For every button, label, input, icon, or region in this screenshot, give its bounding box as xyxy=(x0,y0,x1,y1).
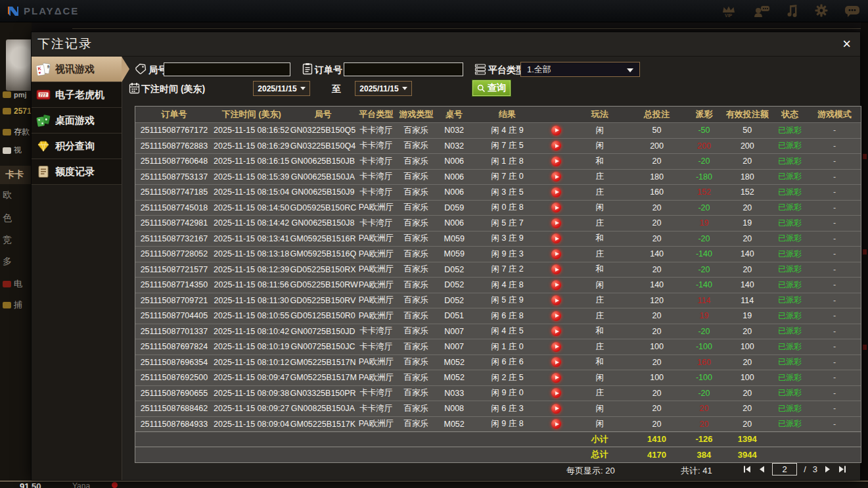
cell-total_bet: 50 xyxy=(629,126,685,135)
cell-order: 251115087760648 xyxy=(135,157,213,166)
cell-order: 251115087732167 xyxy=(135,234,213,243)
modal-title-bar: 下注记录 × xyxy=(32,32,860,57)
cell-game: 百家乐 xyxy=(396,187,436,198)
play-cell xyxy=(542,157,571,166)
cell-game: 百家乐 xyxy=(396,156,436,167)
play-video-icon[interactable] xyxy=(551,404,561,414)
chat-icon[interactable] xyxy=(844,5,860,18)
cell-table: N007 xyxy=(436,327,472,336)
cell-status: 已派彩 xyxy=(771,310,808,322)
cell-time: 2025-11-15 08:15:04 xyxy=(213,187,290,197)
sidebar-item-slots[interactable]: 777 电子老虎机 xyxy=(32,82,122,108)
cell-result: 闲 6 庄 6 xyxy=(472,356,542,368)
play-video-icon[interactable] xyxy=(551,141,561,151)
sidebar-item-video-games[interactable]: 9 K♥ 视讯游戏 xyxy=(32,57,122,82)
play-video-icon[interactable] xyxy=(551,157,561,166)
cell-valid_bet: 19 xyxy=(723,311,771,320)
cell-valid_bet: 19 xyxy=(723,218,771,228)
close-icon[interactable]: × xyxy=(842,37,851,51)
play-video-icon[interactable] xyxy=(551,187,561,197)
cell-order: 251115087721577 xyxy=(135,265,213,274)
svg-text:777: 777 xyxy=(39,92,47,97)
cell-payout: -20 xyxy=(685,327,723,336)
background-amount: 91.50 xyxy=(20,481,41,488)
play-cell xyxy=(542,342,571,352)
music-icon[interactable] xyxy=(786,5,799,18)
cell-total_bet: 200 xyxy=(629,141,685,151)
date-to-picker[interactable]: 2025/11/15 xyxy=(355,81,412,96)
support-chat-icon[interactable] xyxy=(753,5,770,18)
background-fleck xyxy=(863,249,867,255)
cell-payout: -20 xyxy=(685,157,723,166)
play-video-icon[interactable] xyxy=(551,280,561,290)
cell-round: GN00725B150JC xyxy=(290,342,356,351)
table-row: 2511150877097212025-11-15 08:11:30GD0522… xyxy=(135,293,861,308)
table-row: 2511150877429812025-11-15 08:14:42GN0062… xyxy=(135,215,861,231)
settings-icon[interactable] xyxy=(815,4,829,18)
table-header-row: 订单号下注时间 (美东)局号平台类型游戏类型桌号结果玩法总投注派彩有效投注额状态… xyxy=(135,107,861,122)
cell-hall: 卡卡湾厅 xyxy=(355,326,396,337)
play-video-icon[interactable] xyxy=(551,373,561,383)
cell-result: 闲 6 庄 3 xyxy=(472,403,542,414)
play-video-icon[interactable] xyxy=(551,126,561,135)
cell-result: 闲 3 庄 9 xyxy=(472,233,542,244)
sidebar-item-points[interactable]: 积分查询 xyxy=(32,134,122,159)
sidebar-item-table-games[interactable]: 桌面游戏 xyxy=(32,108,122,134)
summary-valid-bet: 1394 xyxy=(723,434,771,444)
vip-icon[interactable]: VIP xyxy=(720,4,737,18)
date-from-picker[interactable]: 2025/11/15 xyxy=(253,81,310,96)
cell-hall: 卡卡湾厅 xyxy=(355,341,396,353)
cell-payout: -140 xyxy=(685,280,723,289)
play-video-icon[interactable] xyxy=(551,357,561,367)
background-menu-item: 色 xyxy=(3,212,12,224)
play-video-icon[interactable] xyxy=(551,295,561,305)
play-video-icon[interactable] xyxy=(551,249,561,259)
last-page-icon[interactable] xyxy=(838,465,847,474)
cell-round: GD05225B150RW xyxy=(290,280,356,289)
sidebar-item-quota[interactable]: 额度记录 xyxy=(32,159,122,185)
cell-hall: PA欧洲厅 xyxy=(355,310,396,322)
first-page-icon[interactable] xyxy=(742,465,752,474)
column-header: 下注时间 (美东) xyxy=(213,109,290,120)
play-video-icon[interactable] xyxy=(551,233,561,243)
platform-type-value: 1.全部 xyxy=(527,64,551,76)
play-video-icon[interactable] xyxy=(551,172,561,182)
brand-logo: PLAYΔCE xyxy=(7,5,79,18)
page-number-input[interactable]: 2 xyxy=(772,463,797,476)
play-video-icon[interactable] xyxy=(551,342,561,352)
cell-order: 251115087767172 xyxy=(135,126,213,135)
cell-time: 2025-11-15 08:11:30 xyxy=(213,296,290,305)
cell-result: 闲 9 庄 8 xyxy=(472,418,542,429)
cell-total_bet: 20 xyxy=(629,327,685,336)
column-header: 状态 xyxy=(771,109,808,120)
play-video-icon[interactable] xyxy=(551,218,561,228)
cell-table: M052 xyxy=(436,358,472,367)
prev-page-icon[interactable] xyxy=(758,465,765,474)
play-video-icon[interactable] xyxy=(551,326,561,336)
play-video-icon[interactable] xyxy=(551,388,561,398)
cell-hall: 卡卡湾厅 xyxy=(355,218,396,229)
cell-total_bet: 20 xyxy=(629,265,685,274)
round-number-input[interactable] xyxy=(164,62,290,76)
search-button[interactable]: 查询 xyxy=(472,80,511,97)
play-video-icon[interactable] xyxy=(551,311,561,321)
cell-payout: 200 xyxy=(685,141,723,151)
play-video-icon[interactable] xyxy=(551,419,561,429)
background-red-dot xyxy=(112,482,118,488)
cell-result: 闲 3 庄 5 xyxy=(472,187,542,198)
play-video-icon[interactable] xyxy=(551,203,561,212)
clipboard-icon xyxy=(302,62,313,75)
table-row: 2511150876925002025-11-15 08:09:47GM0522… xyxy=(135,370,861,385)
cell-total_bet: 160 xyxy=(629,187,685,197)
cell-result: 闲 4 庄 8 xyxy=(472,280,542,291)
cell-bet_type: 闲 xyxy=(571,372,629,383)
modal-sidebar: 9 K♥ 视讯游戏 777 电子老虎机 桌面游戏 xyxy=(32,57,122,480)
cell-payout: 19 xyxy=(685,311,723,320)
platform-type-select[interactable]: 1.全部 xyxy=(520,62,640,77)
next-page-icon[interactable] xyxy=(824,465,831,474)
play-video-icon[interactable] xyxy=(551,264,561,274)
cell-status: 已派彩 xyxy=(771,140,808,151)
cell-bet_type: 闲 xyxy=(571,403,629,414)
order-number-input[interactable] xyxy=(344,62,463,76)
cell-valid_bet: 100 xyxy=(723,373,771,382)
